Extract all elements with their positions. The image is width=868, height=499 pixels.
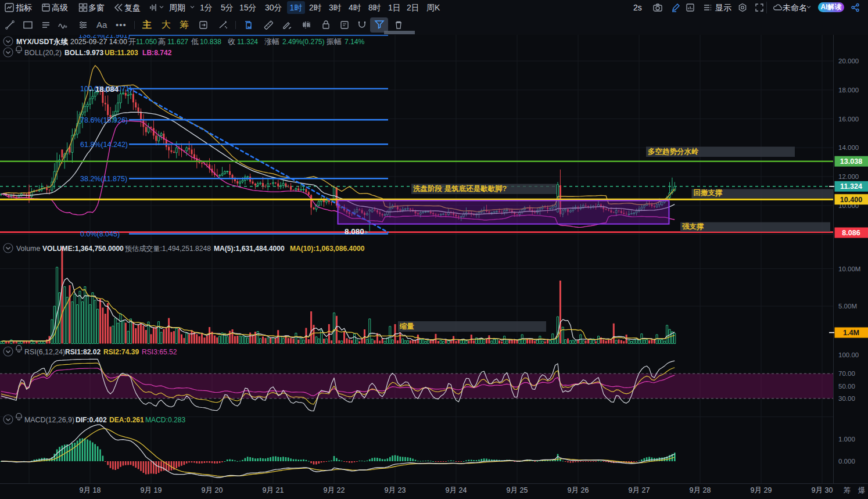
svg-text:RSI2:74.39: RSI2:74.39 [103, 348, 139, 356]
svg-text:9月 26: 9月 26 [568, 486, 589, 494]
svg-text:20.000: 20.000 [838, 58, 859, 64]
svg-text:9月 22: 9月 22 [324, 486, 345, 494]
svg-text:8.086: 8.086 [842, 229, 860, 237]
svg-text:13.038: 13.038 [840, 157, 863, 166]
svg-text:BOLL(20,2): BOLL(20,2) [24, 49, 62, 57]
svg-text:振幅: 振幅 [327, 37, 342, 46]
svg-text:50.00: 50.00 [838, 383, 855, 390]
svg-text:18.000: 18.000 [838, 87, 859, 94]
svg-text:9月 18: 9月 18 [80, 486, 101, 494]
svg-text:←18.084: ←18.084 [88, 85, 119, 94]
svg-text:缩量: 缩量 [399, 322, 415, 331]
svg-text:5.00M: 5.00M [838, 303, 857, 310]
svg-text:预估成交量:1,494,251.8248: 预估成交量:1,494,251.8248 [125, 245, 211, 253]
svg-text:收: 收 [228, 37, 235, 46]
svg-text:11.324: 11.324 [237, 38, 258, 46]
svg-text:0.000: 0.000 [838, 458, 855, 465]
svg-text:16.000: 16.000 [838, 116, 859, 123]
svg-text:10.400: 10.400 [840, 196, 863, 204]
svg-text:VOLUME:1,364,750.0000: VOLUME:1,364,750.0000 [42, 245, 124, 253]
svg-text:2.49%(0.275): 2.49%(0.275) [282, 38, 325, 46]
svg-text:9月 24: 9月 24 [446, 486, 467, 494]
svg-text:UB:11.203: UB:11.203 [105, 49, 138, 57]
svg-text:强支撑: 强支撑 [682, 222, 704, 231]
svg-text:30.00: 30.00 [838, 395, 855, 402]
svg-text:7.14%: 7.14% [345, 38, 365, 46]
svg-text:Volume: Volume [16, 245, 40, 253]
svg-text:9月 28: 9月 28 [690, 486, 711, 494]
svg-text:11.627: 11.627 [167, 38, 188, 46]
svg-text:14.000: 14.000 [838, 144, 859, 151]
svg-text:9月 30: 9月 30 [812, 486, 833, 494]
svg-text:9月 29: 9月 29 [751, 486, 772, 494]
svg-text:MA(10):1,063,086.4000: MA(10):1,063,086.4000 [290, 245, 365, 253]
svg-text:10.00M: 10.00M [838, 265, 860, 272]
svg-text:10.838: 10.838 [200, 38, 221, 46]
svg-text:爆: 爆 [858, 486, 866, 494]
svg-text:8.080: 8.080 [345, 227, 364, 236]
svg-text:61.8%(14.242): 61.8%(14.242) [80, 141, 128, 149]
svg-text:RSI(6,12,24): RSI(6,12,24) [24, 348, 65, 356]
svg-text:9月 25: 9月 25 [507, 486, 528, 494]
svg-text:9月 27: 9月 27 [629, 486, 650, 494]
svg-text:70.00: 70.00 [838, 370, 855, 377]
svg-text:RSI3:65.52: RSI3:65.52 [142, 348, 177, 356]
svg-text:9月 21: 9月 21 [263, 486, 284, 494]
svg-text:BOLL:9.973: BOLL:9.973 [64, 49, 103, 57]
svg-text:9月 23: 9月 23 [385, 486, 406, 494]
svg-text:11.324: 11.324 [840, 182, 862, 191]
svg-text:78.6%(15.926): 78.6%(15.926) [80, 116, 128, 124]
svg-text:9月 19: 9月 19 [141, 486, 162, 494]
svg-text:开: 开 [128, 37, 136, 46]
svg-text:12.000: 12.000 [838, 173, 859, 180]
svg-text:MACD(12,26,9): MACD(12,26,9) [24, 416, 74, 424]
svg-text:100.00: 100.00 [838, 351, 859, 358]
svg-text:涨幅: 涨幅 [264, 37, 279, 46]
svg-text:2025-09-27 14:00: 2025-09-27 14:00 [70, 38, 127, 46]
svg-text:DIF:0.402: DIF:0.402 [76, 416, 107, 424]
svg-text:1.4M: 1.4M [843, 329, 859, 337]
svg-text:11.050: 11.050 [136, 38, 157, 46]
svg-text:高: 高 [158, 37, 166, 46]
svg-text:回撤支撑: 回撤支撑 [694, 189, 723, 197]
svg-text:洗盘阶段 是筑底还是歇歇脚?: 洗盘阶段 是筑底还是歇歇脚? [413, 185, 507, 193]
svg-text:筹: 筹 [844, 486, 851, 494]
svg-text:MACD:0.283: MACD:0.283 [145, 416, 186, 424]
svg-text:RSI1:82.02: RSI1:82.02 [65, 348, 101, 356]
svg-text:多空趋势分水岭: 多空趋势分水岭 [648, 147, 699, 156]
svg-text:9月 20: 9月 20 [202, 486, 223, 494]
svg-text:1.000: 1.000 [838, 436, 855, 443]
svg-text:DEA:0.261: DEA:0.261 [109, 416, 144, 424]
svg-text:MYX/USDT永续: MYX/USDT永续 [16, 38, 68, 46]
svg-text:低: 低 [191, 37, 199, 46]
svg-text:0.0%(8.045): 0.0%(8.045) [80, 230, 120, 238]
svg-text:LB:8.742: LB:8.742 [142, 49, 172, 57]
svg-text:38.2%(11.875): 38.2%(11.875) [80, 175, 127, 183]
svg-text:MA(5):1,631,484.4000: MA(5):1,631,484.4000 [214, 245, 285, 253]
